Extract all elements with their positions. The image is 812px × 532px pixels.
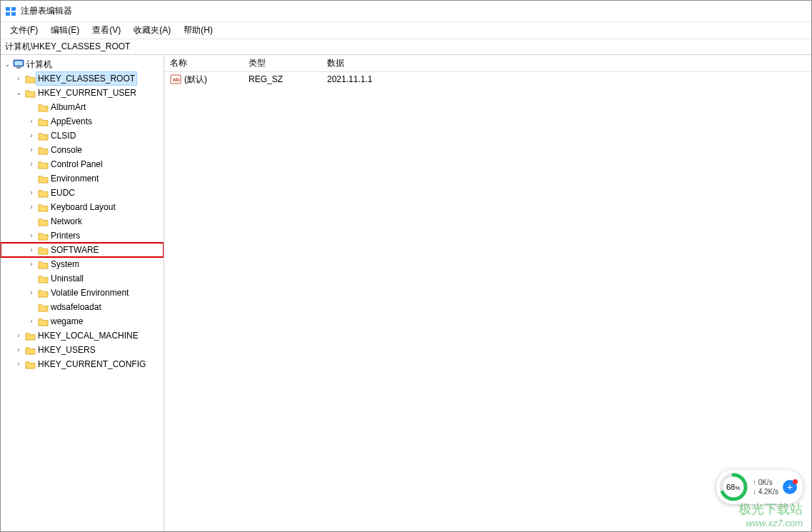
tree-item-appevents[interactable]: AppEvents <box>1 114 164 129</box>
tree-item-computer[interactable]: 计算机 <box>1 57 164 71</box>
expand-toggle-icon[interactable] <box>26 146 36 154</box>
expand-toggle-icon[interactable] <box>14 75 24 82</box>
tree-item-hklm[interactable]: HKEY_LOCAL_MACHINE <box>1 328 164 343</box>
address-bar[interactable]: 计算机\HKEY_CLASSES_ROOT <box>1 39 811 55</box>
tree-item-clsid[interactable]: CLSID <box>1 129 164 143</box>
tree-item-hkcu[interactable]: HKEY_CURRENT_USER <box>1 86 164 100</box>
folder-icon <box>24 346 36 355</box>
add-button[interactable]: + <box>783 480 797 494</box>
expand-toggle-icon[interactable] <box>26 204 36 211</box>
arrow-up-icon: ↑ <box>753 478 756 487</box>
tree-label: HKEY_CLASSES_ROOT <box>36 72 136 85</box>
svg-text:ab: ab <box>173 76 179 83</box>
values-pane[interactable]: 名称 类型 数据 ab (默认) REG_SZ 2021.11.1.1 <box>164 55 811 531</box>
svg-rect-6 <box>16 67 21 69</box>
folder-icon <box>36 303 49 312</box>
folder-icon <box>36 260 49 269</box>
folder-icon <box>36 189 49 198</box>
expand-toggle-icon[interactable] <box>26 261 36 268</box>
expand-toggle-icon[interactable] <box>26 189 36 196</box>
folder-icon <box>36 288 49 298</box>
window-title: 注册表编辑器 <box>21 5 72 17</box>
menu-file[interactable]: 文件(F) <box>4 23 44 38</box>
tree-label: Printers <box>49 229 81 242</box>
tree-item-software[interactable]: SOFTWARE <box>1 243 164 257</box>
tree-item-environment[interactable]: Environment <box>1 171 164 186</box>
expand-toggle-icon[interactable] <box>26 289 36 296</box>
tree-label: SOFTWARE <box>49 244 101 256</box>
menu-favorites[interactable]: 收藏夹(A) <box>127 23 177 38</box>
address-text: 计算机\HKEY_CLASSES_ROOT <box>5 41 130 53</box>
folder-icon <box>36 203 49 212</box>
svg-rect-2 <box>6 12 10 16</box>
expand-toggle-icon[interactable] <box>26 161 36 168</box>
tree-label: Uninstall <box>49 272 85 285</box>
tree-label: System <box>49 258 81 271</box>
computer-icon <box>12 59 25 69</box>
folder-icon <box>24 360 36 369</box>
tree-item-printers[interactable]: Printers <box>1 229 164 243</box>
expand-toggle-icon[interactable] <box>14 361 24 368</box>
svg-rect-3 <box>11 12 16 16</box>
expand-toggle-icon[interactable] <box>26 318 36 325</box>
tree-item-uninstall[interactable]: Uninstall <box>1 271 164 286</box>
tree-item-network[interactable]: Network <box>1 214 164 229</box>
tree-label: HKEY_LOCAL_MACHINE <box>36 329 140 342</box>
list-row[interactable]: ab (默认) REG_SZ 2021.11.1.1 <box>164 72 811 86</box>
tree-item-eudc[interactable]: EUDC <box>1 186 164 200</box>
tree-item-hkcc[interactable]: HKEY_CURRENT_CONFIG <box>1 357 164 371</box>
folder-icon <box>24 89 36 98</box>
menu-bar: 文件(F) 编辑(E) 查看(V) 收藏夹(A) 帮助(H) <box>1 22 811 39</box>
tree-label: EUDC <box>49 186 76 199</box>
tree-item-albumart[interactable]: AlbumArt <box>1 100 164 114</box>
column-header-type[interactable]: 类型 <box>243 57 321 69</box>
folder-icon <box>36 117 49 126</box>
expand-toggle-icon[interactable] <box>26 246 36 254</box>
tree-item-system[interactable]: System <box>1 257 164 271</box>
expand-toggle-icon[interactable] <box>26 232 36 239</box>
folder-icon <box>36 131 49 141</box>
tree-label: Volatile Environment <box>49 286 130 299</box>
menu-help[interactable]: 帮助(H) <box>177 23 219 38</box>
expand-toggle-icon[interactable] <box>26 132 36 139</box>
svg-rect-5 <box>15 61 23 66</box>
tree-item-console[interactable]: Console <box>1 143 164 157</box>
tree-item-hku[interactable]: HKEY_USERS <box>1 343 164 357</box>
expand-toggle-icon[interactable] <box>26 118 36 125</box>
download-speed: 4.2K/s <box>758 487 778 496</box>
folder-icon <box>36 103 49 112</box>
expand-toggle-icon[interactable] <box>14 332 24 339</box>
tree-pane[interactable]: 计算机 HKEY_CLASSES_ROOT HKEY_CURRENT_USER … <box>1 55 164 531</box>
app-icon <box>5 6 16 17</box>
string-value-icon: ab <box>170 74 181 84</box>
menu-edit[interactable]: 编辑(E) <box>44 23 86 38</box>
tree-item-controlpanel[interactable]: Control Panel <box>1 157 164 171</box>
tree-label: 计算机 <box>25 58 54 71</box>
performance-widget[interactable]: 68% ↑0K/s ↓4.2K/s + <box>716 470 803 504</box>
tree-label: HKEY_CURRENT_CONFIG <box>36 358 147 371</box>
column-header-data[interactable]: 数据 <box>321 57 811 69</box>
expand-toggle-icon[interactable] <box>2 61 12 68</box>
folder-icon <box>36 217 49 226</box>
svg-rect-1 <box>11 7 16 11</box>
usage-ring-icon: 68% <box>718 472 748 502</box>
folder-icon <box>24 331 36 341</box>
column-header-name[interactable]: 名称 <box>164 57 243 69</box>
tree-item-keyboard[interactable]: Keyboard Layout <box>1 200 164 214</box>
usage-percent-unit: % <box>735 485 740 491</box>
expand-toggle-icon[interactable] <box>14 346 24 353</box>
tree-label: Control Panel <box>49 158 104 171</box>
tree-item-wdsafeloadat[interactable]: wdsafeloadat <box>1 300 164 314</box>
folder-icon <box>36 160 49 169</box>
tree-item-hkcr[interactable]: HKEY_CLASSES_ROOT <box>1 71 164 86</box>
tree-item-wegame[interactable]: wegame <box>1 314 164 328</box>
tree-label: wegame <box>49 315 84 328</box>
value-name: (默认) <box>184 74 207 86</box>
menu-view[interactable]: 查看(V) <box>86 23 127 38</box>
expand-toggle-icon[interactable] <box>14 89 24 96</box>
tree-label: AlbumArt <box>49 101 87 114</box>
folder-icon <box>36 274 49 283</box>
tree-label: HKEY_USERS <box>36 343 97 356</box>
folder-icon <box>36 317 49 326</box>
tree-item-volatile[interactable]: Volatile Environment <box>1 286 164 300</box>
